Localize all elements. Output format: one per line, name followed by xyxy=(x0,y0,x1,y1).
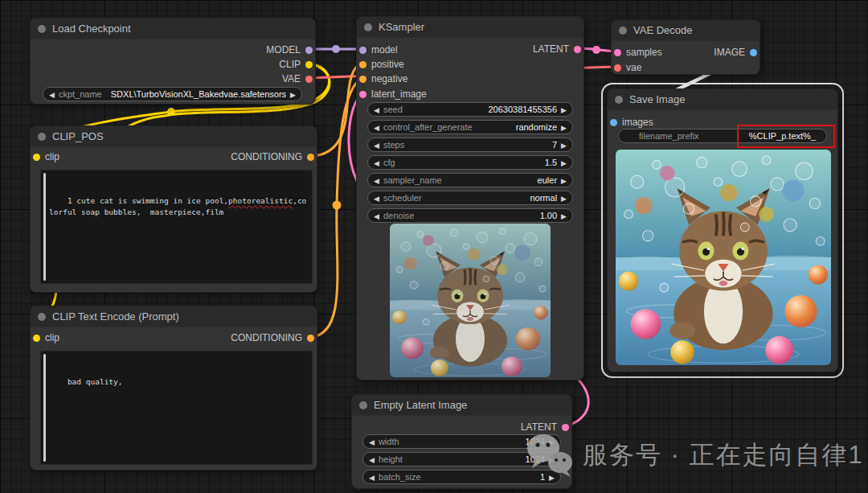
sampler-name-widget[interactable]: sampler_name euler xyxy=(367,173,573,187)
collapse-dot[interactable] xyxy=(619,27,627,35)
node-titlebar[interactable]: CLIP_POS xyxy=(31,126,317,147)
collapse-dot[interactable] xyxy=(38,25,46,33)
right-arrow-icon[interactable] xyxy=(290,89,296,99)
node-titlebar[interactable]: VAE Decode xyxy=(612,20,760,41)
clip-output-port[interactable] xyxy=(305,61,313,68)
reroute-dot-clip[interactable] xyxy=(167,108,175,116)
node-titlebar[interactable]: Load Checkpoint xyxy=(31,18,315,39)
positive-input-port[interactable] xyxy=(359,61,366,68)
right-arrow-icon[interactable] xyxy=(561,211,567,220)
port-label: images xyxy=(622,117,653,128)
prompt-text: 1 cute cat is swimming in ice pool, xyxy=(68,196,228,205)
collapse-dot[interactable] xyxy=(615,96,623,104)
reroute-dot-latent[interactable] xyxy=(592,46,600,54)
right-arrow-icon[interactable] xyxy=(561,158,567,167)
vae-output-port[interactable] xyxy=(305,76,313,83)
port-label: clip xyxy=(45,332,59,343)
watermark: 服务号 · 正在走向自律1 xyxy=(525,432,864,479)
latent-output-port[interactable] xyxy=(562,424,569,431)
reroute-dot-model[interactable] xyxy=(332,45,340,53)
latent-output-port[interactable] xyxy=(574,46,581,53)
left-arrow-icon[interactable] xyxy=(374,175,379,185)
right-arrow-icon[interactable] xyxy=(561,105,567,114)
node-ksampler[interactable]: KSampler model positive negative latent_… xyxy=(356,16,584,380)
latent-preview-image xyxy=(390,224,551,377)
right-arrow-icon[interactable] xyxy=(561,122,567,132)
left-arrow-icon[interactable] xyxy=(374,140,379,150)
denoise-widget[interactable]: denoise 1.00 xyxy=(367,208,573,223)
wechat-icon xyxy=(525,432,575,479)
left-arrow-icon[interactable] xyxy=(374,193,379,203)
node-graph-canvas[interactable]: { "watermark": { "text": "服务号 · 正在走向自律1"… xyxy=(0,0,868,493)
collapse-dot[interactable] xyxy=(364,23,372,31)
seed-widget[interactable]: seed 20630381455356 xyxy=(367,102,573,117)
control-after-generate-widget[interactable]: control_after_generate randomize xyxy=(367,120,573,134)
widget-value: SDXL\TurboVisionXL_Bakedvae.safetensors xyxy=(111,89,286,99)
left-arrow-icon[interactable] xyxy=(369,454,375,464)
collapse-dot[interactable] xyxy=(359,401,367,409)
highlight-box xyxy=(737,125,835,148)
node-save-image[interactable]: Save Image images filename_prefix %CLIP_… xyxy=(607,88,838,372)
right-arrow-icon[interactable] xyxy=(561,140,567,150)
collapse-dot[interactable] xyxy=(38,313,46,321)
node-clip-pos[interactable]: CLIP_POS clip CONDITIONING 1 cute cat is… xyxy=(30,125,317,293)
positive-prompt-textarea[interactable]: 1 cute cat is swimming in ice pool,photo… xyxy=(40,170,313,284)
port-label: LATENT xyxy=(533,43,569,55)
clip-input-port[interactable] xyxy=(33,154,40,161)
reroute-dot-conditioning[interactable] xyxy=(333,201,342,210)
widget-name: steps xyxy=(383,140,404,150)
port-label: CLIP xyxy=(279,59,301,70)
node-load-checkpoint[interactable]: Load Checkpoint MODEL CLIP VAE ckpt_name… xyxy=(30,18,316,105)
model-output-port[interactable] xyxy=(305,47,313,54)
textarea-scrollbar[interactable] xyxy=(43,173,46,281)
prompt-text-misspelled: photorealistic xyxy=(228,196,293,205)
widget-value: 1.00 xyxy=(540,211,557,220)
port-label: VAE xyxy=(282,73,301,84)
images-input-port[interactable] xyxy=(610,119,617,126)
left-arrow-icon[interactable] xyxy=(49,89,55,99)
port-label: samples xyxy=(626,47,662,58)
left-arrow-icon[interactable] xyxy=(374,158,379,167)
node-titlebar[interactable]: KSampler xyxy=(357,17,583,38)
right-arrow-icon[interactable] xyxy=(561,193,567,203)
left-arrow-icon[interactable] xyxy=(374,122,379,132)
left-arrow-icon[interactable] xyxy=(374,211,379,220)
port-label: model xyxy=(371,44,398,55)
vae-input-port[interactable] xyxy=(614,64,621,72)
left-arrow-icon[interactable] xyxy=(369,437,375,446)
right-arrow-icon[interactable] xyxy=(561,175,567,185)
conditioning-output-port[interactable] xyxy=(307,154,314,161)
widget-name: sampler_name xyxy=(383,175,442,185)
textarea-scrollbar[interactable] xyxy=(43,354,46,462)
port-label: MODEL xyxy=(266,44,301,55)
samples-input-port[interactable] xyxy=(614,49,621,56)
steps-widget[interactable]: steps 7 xyxy=(367,138,573,152)
widget-name: ckpt_name xyxy=(59,89,102,99)
latent-image-input-port[interactable] xyxy=(359,91,366,98)
node-titlebar[interactable]: Save Image xyxy=(608,89,837,110)
collapse-dot[interactable] xyxy=(38,133,46,141)
negative-input-port[interactable] xyxy=(359,76,366,83)
cfg-widget[interactable]: cfg 1.5 xyxy=(367,155,573,170)
widget-name: filename_prefix xyxy=(639,131,699,141)
ckpt-name-widget[interactable]: ckpt_name SDXL\TurboVisionXL_Bakedvae.sa… xyxy=(43,87,302,101)
port-label: IMAGE xyxy=(714,47,745,58)
left-arrow-icon[interactable] xyxy=(374,105,379,114)
node-title: CLIP Text Encode (Prompt) xyxy=(52,310,179,323)
left-arrow-icon[interactable] xyxy=(369,472,375,482)
scheduler-widget[interactable]: scheduler normal xyxy=(367,191,573,205)
port-label: CONDITIONING xyxy=(231,332,302,343)
node-titlebar[interactable]: CLIP Text Encode (Prompt) xyxy=(31,306,317,327)
widget-value: normal xyxy=(530,193,557,203)
widget-value: 1.5 xyxy=(545,158,557,167)
image-output-port[interactable] xyxy=(750,49,757,56)
node-vae-decode[interactable]: VAE Decode samples vae IMAGE xyxy=(611,19,760,75)
negative-prompt-textarea[interactable]: bad quality, xyxy=(40,351,313,465)
conditioning-output-port[interactable] xyxy=(307,335,314,342)
clip-input-port[interactable] xyxy=(33,335,40,342)
widget-name: denoise xyxy=(383,211,415,220)
node-clip-text-encode[interactable]: CLIP Text Encode (Prompt) clip CONDITION… xyxy=(30,306,317,470)
model-input-port[interactable] xyxy=(359,47,366,54)
node-title: Empty Latent Image xyxy=(374,399,467,411)
node-titlebar[interactable]: Empty Latent Image xyxy=(352,395,571,416)
